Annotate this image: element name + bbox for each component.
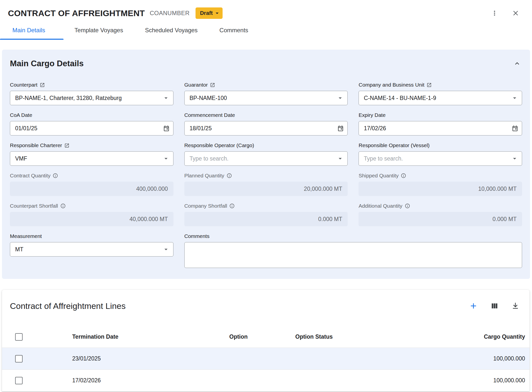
- info-icon[interactable]: [401, 173, 406, 178]
- counterpart-shortfall-value: 40,000.000 MT: [130, 216, 168, 223]
- coa-date-input[interactable]: 01/01/25: [10, 121, 173, 135]
- info-icon[interactable]: [60, 203, 66, 209]
- column-header-option-status[interactable]: Option Status: [295, 333, 402, 340]
- company-bu-value: C-NAME-14 - BU-NAME-1-9: [364, 95, 511, 101]
- page-title: CONTRACT OF AFFREIGHTMENT: [8, 8, 145, 18]
- calendar-icon[interactable]: [163, 125, 170, 132]
- tab-comments[interactable]: Comments: [208, 22, 259, 40]
- coa-date-label: CoA Date: [10, 112, 32, 118]
- status-caret-icon: [214, 10, 221, 17]
- field-shipped-quantity: Shipped Quantity 10,000.000 MT: [359, 173, 522, 196]
- table-row[interactable]: 17/02/2026 100,000.000: [2, 370, 530, 392]
- table-header-row: Termination Date Option Option Status Ca…: [2, 326, 530, 348]
- planned-quantity-label: Planned Quantity: [184, 173, 224, 179]
- expiry-date-input[interactable]: 17/02/26: [359, 121, 522, 135]
- contract-quantity-label: Contract Quantity: [10, 173, 50, 179]
- field-responsible-operator-cargo: Responsible Operator (Cargo) Type to sea…: [184, 142, 348, 166]
- status-label: Draft: [200, 10, 213, 16]
- column-header-option[interactable]: Option: [229, 333, 295, 340]
- tab-template-voyages[interactable]: Template Voyages: [64, 22, 134, 40]
- counterpart-value: BP-NAME-1, Charterer, 31280, Ratzeburg: [15, 95, 162, 101]
- close-icon: [512, 9, 520, 17]
- company-shortfall-field: 0.000 MT: [184, 212, 348, 226]
- column-settings-button[interactable]: [489, 301, 500, 311]
- field-comments: Comments: [184, 233, 522, 268]
- responsible-operator-vessel-input[interactable]: Type to search.: [359, 151, 522, 166]
- chevron-up-icon: [513, 60, 521, 67]
- company-bu-label: Company and Business Unit: [359, 82, 424, 88]
- field-counterpart: Counterpart BP-NAME-1, Charterer, 31280,…: [10, 82, 173, 105]
- responsible-operator-cargo-input[interactable]: Type to search.: [184, 151, 348, 166]
- planned-quantity-field: 20,000.000 MT: [184, 182, 348, 196]
- header-actions: [490, 8, 521, 18]
- measurement-label: Measurement: [10, 233, 42, 239]
- dropdown-caret-icon: [162, 155, 170, 162]
- counterpart-select[interactable]: BP-NAME-1, Charterer, 31280, Ratzeburg: [10, 91, 173, 105]
- guarantor-value: BP-NAME-100: [190, 95, 337, 101]
- contract-quantity-field: 400,000.000: [10, 182, 173, 196]
- status-badge[interactable]: Draft: [196, 7, 223, 19]
- column-header-termination-date[interactable]: Termination Date: [72, 333, 229, 340]
- tab-scheduled-voyages[interactable]: Scheduled Voyages: [134, 22, 208, 40]
- field-company-shortfall: Company Shortfall 0.000 MT: [184, 203, 348, 226]
- main-cargo-details-section: Main Cargo Details Counterpart BP-NAME-1…: [2, 50, 530, 279]
- row-checkbox[interactable]: [15, 377, 23, 384]
- info-icon[interactable]: [53, 173, 58, 178]
- guarantor-select[interactable]: BP-NAME-100: [184, 91, 348, 105]
- coa-date-value: 01/01/25: [15, 125, 163, 132]
- dropdown-caret-icon: [336, 155, 344, 162]
- responsible-operator-vessel-placeholder: Type to search.: [364, 155, 511, 162]
- external-link-icon[interactable]: [40, 82, 45, 88]
- guarantor-label: Guarantor: [184, 82, 208, 88]
- measurement-value: MT: [15, 246, 162, 253]
- company-shortfall-label: Company Shortfall: [184, 203, 227, 209]
- commencement-date-label: Commencement Date: [184, 112, 235, 118]
- cargo-quantity-cell: 100,000.000: [402, 377, 530, 384]
- info-icon[interactable]: [227, 173, 232, 178]
- section-title-main-cargo: Main Cargo Details: [10, 59, 84, 68]
- table-row[interactable]: 23/01/2025 100,000.000: [2, 348, 530, 370]
- more-options-button[interactable]: [490, 8, 499, 18]
- responsible-operator-vessel-label: Responsible Operator (Vessel): [359, 142, 430, 148]
- info-icon[interactable]: [405, 203, 410, 209]
- external-link-icon[interactable]: [210, 82, 215, 88]
- lines-table: Termination Date Option Option Status Ca…: [2, 326, 530, 392]
- column-header-cargo-quantity[interactable]: Cargo Quantity: [402, 333, 530, 340]
- responsible-charterer-select[interactable]: VMF: [10, 151, 173, 166]
- shipped-quantity-value: 10,000.000 MT: [478, 186, 517, 192]
- cargo-quantity-cell: 100,000.000: [402, 355, 530, 362]
- field-measurement: Measurement MT: [10, 233, 173, 268]
- measurement-select[interactable]: MT: [10, 242, 173, 257]
- tab-main-details[interactable]: Main Details: [0, 22, 64, 40]
- collapse-section-button[interactable]: [512, 59, 522, 68]
- add-line-button[interactable]: [468, 300, 479, 311]
- dropdown-caret-icon: [162, 246, 170, 253]
- contract-quantity-value: 400,000.000: [136, 186, 168, 192]
- close-button[interactable]: [511, 8, 521, 18]
- external-link-icon[interactable]: [427, 82, 432, 88]
- company-bu-select[interactable]: C-NAME-14 - BU-NAME-1-9: [359, 91, 522, 105]
- additional-quantity-label: Additional Quantity: [359, 203, 402, 209]
- field-counterpart-shortfall: Counterpart Shortfall 40,000.000 MT: [10, 203, 173, 226]
- contract-number: COANUMBER: [150, 10, 190, 17]
- row-checkbox[interactable]: [15, 355, 23, 362]
- calendar-icon[interactable]: [512, 125, 518, 132]
- dropdown-caret-icon: [511, 94, 518, 102]
- field-responsible-operator-vessel: Responsible Operator (Vessel) Type to se…: [359, 142, 522, 166]
- shipped-quantity-field: 10,000.000 MT: [359, 182, 522, 196]
- calendar-icon[interactable]: [337, 125, 344, 132]
- external-link-icon[interactable]: [64, 143, 69, 148]
- coa-lines-section: Contract of Affreightment Lines Terminat…: [2, 290, 530, 392]
- field-planned-quantity: Planned Quantity 20,000.000 MT: [184, 173, 348, 196]
- commencement-date-input[interactable]: 18/01/25: [184, 121, 348, 135]
- comments-input[interactable]: [184, 242, 522, 268]
- termination-date-cell: 17/02/2026: [72, 377, 229, 384]
- field-coa-date: CoA Date 01/01/25: [10, 112, 173, 135]
- kebab-menu-icon: [491, 9, 498, 17]
- info-icon[interactable]: [229, 203, 235, 209]
- export-button[interactable]: [510, 301, 521, 311]
- planned-quantity-value: 20,000.000 MT: [304, 186, 342, 192]
- window-header: CONTRACT OF AFFREIGHTMENT COANUMBER Draf…: [0, 0, 532, 19]
- select-all-checkbox[interactable]: [15, 333, 23, 341]
- field-guarantor: Guarantor BP-NAME-100: [184, 82, 348, 105]
